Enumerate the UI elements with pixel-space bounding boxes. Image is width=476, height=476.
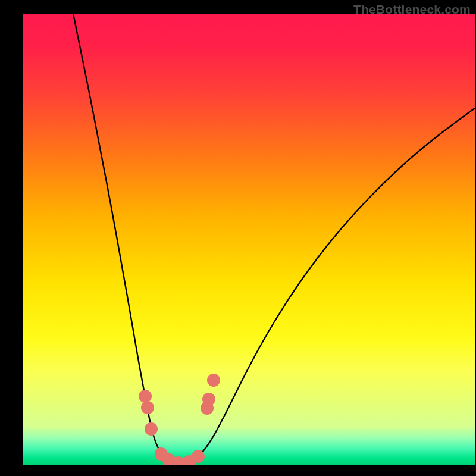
plot-svg: [23, 14, 475, 465]
chart-frame: [0, 0, 476, 476]
bead-group: [139, 374, 220, 465]
bottleneck-curve: [73, 14, 475, 464]
bead-marker: [145, 422, 158, 436]
watermark: TheBottleneck.com: [353, 2, 471, 17]
plot-area: [23, 14, 475, 465]
bead-marker: [141, 401, 154, 414]
bead-marker: [192, 450, 205, 463]
bead-marker: [202, 393, 215, 406]
bead-marker: [207, 374, 220, 387]
bead-marker: [139, 390, 152, 403]
